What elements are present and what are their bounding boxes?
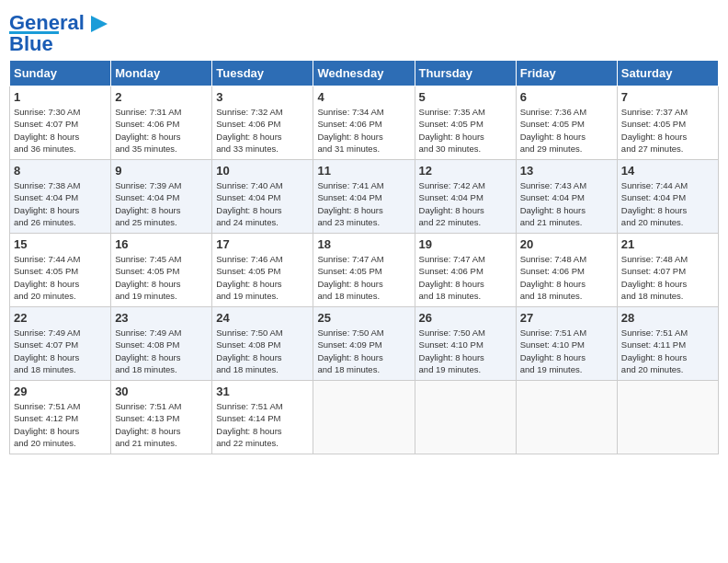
day-info: Sunrise: 7:44 AM Sunset: 4:04 PM Dayligh… — [621, 179, 714, 228]
day-info: Sunrise: 7:51 AM Sunset: 4:12 PM Dayligh… — [14, 400, 107, 449]
calendar-cell: 10Sunrise: 7:40 AM Sunset: 4:04 PM Dayli… — [212, 160, 313, 234]
day-number: 16 — [115, 237, 208, 251]
calendar-cell — [516, 381, 617, 454]
day-number: 31 — [216, 385, 309, 398]
calendar-cell: 25Sunrise: 7:50 AM Sunset: 4:09 PM Dayli… — [313, 307, 415, 381]
day-number: 13 — [520, 164, 613, 178]
day-number: 25 — [317, 311, 410, 325]
day-info: Sunrise: 7:50 AM Sunset: 4:09 PM Dayligh… — [317, 327, 410, 375]
day-info: Sunrise: 7:40 AM Sunset: 4:04 PM Dayligh… — [216, 179, 309, 228]
calendar-cell: 5Sunrise: 7:35 AM Sunset: 4:05 PM Daylig… — [415, 86, 516, 160]
calendar-cell: 29Sunrise: 7:51 AM Sunset: 4:12 PM Dayli… — [10, 381, 111, 454]
calendar-cell: 19Sunrise: 7:47 AM Sunset: 4:06 PM Dayli… — [415, 234, 516, 307]
day-info: Sunrise: 7:48 AM Sunset: 4:06 PM Dayligh… — [520, 253, 613, 302]
day-number: 24 — [216, 311, 309, 325]
day-number: 15 — [14, 237, 107, 251]
calendar-cell: 18Sunrise: 7:47 AM Sunset: 4:05 PM Dayli… — [313, 234, 415, 307]
day-number: 6 — [520, 90, 613, 104]
day-info: Sunrise: 7:50 AM Sunset: 4:08 PM Dayligh… — [216, 327, 309, 375]
calendar-cell: 8Sunrise: 7:38 AM Sunset: 4:04 PM Daylig… — [10, 160, 111, 234]
day-info: Sunrise: 7:35 AM Sunset: 4:05 PM Dayligh… — [419, 106, 512, 155]
logo-text: General — [9, 13, 108, 33]
day-number: 23 — [115, 311, 208, 325]
calendar-cell: 15Sunrise: 7:44 AM Sunset: 4:05 PM Dayli… — [10, 234, 111, 307]
day-number: 4 — [317, 90, 410, 104]
calendar-cell: 16Sunrise: 7:45 AM Sunset: 4:05 PM Dayli… — [111, 234, 212, 307]
day-number: 26 — [419, 311, 512, 325]
calendar-cell — [617, 381, 718, 454]
day-number: 28 — [621, 311, 714, 325]
calendar-cell: 6Sunrise: 7:36 AM Sunset: 4:05 PM Daylig… — [516, 86, 617, 160]
day-info: Sunrise: 7:47 AM Sunset: 4:05 PM Dayligh… — [317, 253, 410, 302]
day-number: 1 — [14, 90, 107, 104]
day-number: 2 — [115, 90, 208, 104]
day-info: Sunrise: 7:30 AM Sunset: 4:07 PM Dayligh… — [14, 106, 107, 155]
day-info: Sunrise: 7:47 AM Sunset: 4:06 PM Dayligh… — [419, 253, 512, 302]
calendar-cell: 23Sunrise: 7:49 AM Sunset: 4:08 PM Dayli… — [111, 307, 212, 381]
day-info: Sunrise: 7:51 AM Sunset: 4:10 PM Dayligh… — [520, 327, 613, 375]
day-info: Sunrise: 7:44 AM Sunset: 4:05 PM Dayligh… — [14, 253, 107, 302]
day-number: 21 — [621, 237, 714, 251]
calendar-cell: 3Sunrise: 7:32 AM Sunset: 4:06 PM Daylig… — [212, 86, 313, 160]
calendar-cell: 2Sunrise: 7:31 AM Sunset: 4:06 PM Daylig… — [111, 86, 212, 160]
day-number: 27 — [520, 311, 613, 325]
day-info: Sunrise: 7:37 AM Sunset: 4:05 PM Dayligh… — [621, 106, 714, 155]
calendar-cell — [415, 381, 516, 454]
day-info: Sunrise: 7:51 AM Sunset: 4:11 PM Dayligh… — [621, 327, 714, 375]
day-info: Sunrise: 7:51 AM Sunset: 4:14 PM Dayligh… — [216, 400, 309, 449]
day-number: 5 — [419, 90, 512, 104]
calendar-table: SundayMondayTuesdayWednesdayThursdayFrid… — [9, 60, 719, 454]
calendar-cell: 24Sunrise: 7:50 AM Sunset: 4:08 PM Dayli… — [212, 307, 313, 381]
day-info: Sunrise: 7:38 AM Sunset: 4:04 PM Dayligh… — [14, 179, 107, 228]
svg-marker-0 — [91, 16, 108, 32]
calendar-cell: 26Sunrise: 7:50 AM Sunset: 4:10 PM Dayli… — [415, 307, 516, 381]
day-info: Sunrise: 7:43 AM Sunset: 4:04 PM Dayligh… — [520, 179, 613, 228]
day-info: Sunrise: 7:51 AM Sunset: 4:13 PM Dayligh… — [115, 400, 208, 449]
day-number: 10 — [216, 164, 309, 178]
calendar-cell: 28Sunrise: 7:51 AM Sunset: 4:11 PM Dayli… — [617, 307, 718, 381]
day-info: Sunrise: 7:34 AM Sunset: 4:06 PM Dayligh… — [317, 106, 410, 155]
day-number: 29 — [14, 385, 107, 398]
day-number: 19 — [419, 237, 512, 251]
day-info: Sunrise: 7:31 AM Sunset: 4:06 PM Dayligh… — [115, 106, 208, 155]
day-number: 22 — [14, 311, 107, 325]
calendar-cell: 17Sunrise: 7:46 AM Sunset: 4:05 PM Dayli… — [212, 234, 313, 307]
day-info: Sunrise: 7:32 AM Sunset: 4:06 PM Dayligh… — [216, 106, 309, 155]
day-info: Sunrise: 7:42 AM Sunset: 4:04 PM Dayligh… — [419, 179, 512, 228]
day-info: Sunrise: 7:36 AM Sunset: 4:05 PM Dayligh… — [520, 106, 613, 155]
dow-header-wednesday: Wednesday — [313, 61, 415, 86]
dow-header-monday: Monday — [111, 61, 212, 86]
dow-header-friday: Friday — [516, 61, 617, 86]
calendar-cell: 7Sunrise: 7:37 AM Sunset: 4:05 PM Daylig… — [617, 86, 718, 160]
day-info: Sunrise: 7:39 AM Sunset: 4:04 PM Dayligh… — [115, 179, 208, 228]
dow-header-saturday: Saturday — [617, 61, 718, 86]
day-number: 18 — [317, 237, 410, 251]
calendar-cell: 12Sunrise: 7:42 AM Sunset: 4:04 PM Dayli… — [415, 160, 516, 234]
day-number: 12 — [419, 164, 512, 178]
logo-arrow-icon — [91, 16, 108, 32]
calendar-cell: 21Sunrise: 7:48 AM Sunset: 4:07 PM Dayli… — [617, 234, 718, 307]
day-number: 17 — [216, 237, 309, 251]
logo: General Blue — [9, 9, 108, 54]
day-number: 8 — [14, 164, 107, 178]
day-number: 30 — [115, 385, 208, 398]
day-number: 14 — [621, 164, 714, 178]
day-info: Sunrise: 7:49 AM Sunset: 4:07 PM Dayligh… — [14, 327, 107, 375]
calendar-cell: 1Sunrise: 7:30 AM Sunset: 4:07 PM Daylig… — [10, 86, 111, 160]
day-number: 3 — [216, 90, 309, 104]
day-number: 7 — [621, 90, 714, 104]
calendar-cell: 30Sunrise: 7:51 AM Sunset: 4:13 PM Dayli… — [111, 381, 212, 454]
calendar-cell: 11Sunrise: 7:41 AM Sunset: 4:04 PM Dayli… — [313, 160, 415, 234]
logo-blue-text: Blue — [9, 34, 53, 54]
calendar-cell: 13Sunrise: 7:43 AM Sunset: 4:04 PM Dayli… — [516, 160, 617, 234]
day-number: 9 — [115, 164, 208, 178]
calendar-cell: 14Sunrise: 7:44 AM Sunset: 4:04 PM Dayli… — [617, 160, 718, 234]
day-info: Sunrise: 7:45 AM Sunset: 4:05 PM Dayligh… — [115, 253, 208, 302]
calendar-cell: 27Sunrise: 7:51 AM Sunset: 4:10 PM Dayli… — [516, 307, 617, 381]
dow-header-sunday: Sunday — [10, 61, 111, 86]
day-number: 20 — [520, 237, 613, 251]
day-info: Sunrise: 7:46 AM Sunset: 4:05 PM Dayligh… — [216, 253, 309, 302]
day-info: Sunrise: 7:48 AM Sunset: 4:07 PM Dayligh… — [621, 253, 714, 302]
dow-header-tuesday: Tuesday — [212, 61, 313, 86]
calendar-cell: 31Sunrise: 7:51 AM Sunset: 4:14 PM Dayli… — [212, 381, 313, 454]
